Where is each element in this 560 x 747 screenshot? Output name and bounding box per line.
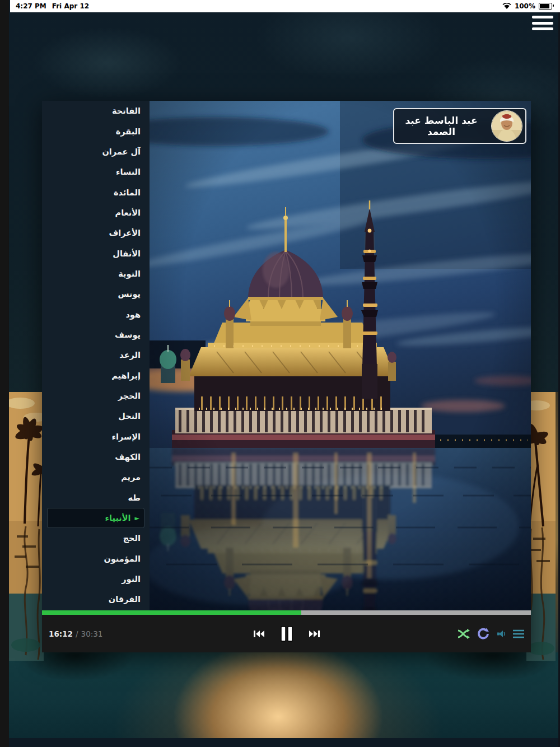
repeat-button[interactable]: [477, 628, 489, 640]
progress-bar[interactable]: [42, 610, 531, 615]
surah-item[interactable]: مريم: [42, 467, 150, 487]
surah-item[interactable]: النور: [42, 569, 150, 589]
now-playing-icon: ►: [135, 515, 139, 522]
surah-label: النور: [122, 575, 141, 583]
surah-item[interactable]: الأعراف: [42, 223, 150, 243]
surah-item[interactable]: الأنعام: [42, 203, 150, 223]
surah-label: المؤمنون: [104, 554, 141, 563]
repeat-icon: [477, 628, 489, 640]
surah-label: يوسف: [115, 330, 141, 339]
surah-item[interactable]: النحل: [42, 406, 150, 426]
surah-item[interactable]: الحجر: [42, 386, 150, 406]
surah-label: إبراهيم: [111, 371, 141, 380]
app-screen: 4:27 PM Fri Apr 12 100%: [0, 0, 560, 747]
surah-label: الحج: [123, 534, 141, 543]
surah-label: النساء: [116, 167, 141, 176]
surah-label: هود: [125, 310, 141, 319]
surah-item[interactable]: الفرقان: [42, 589, 150, 609]
reciter-name: عبد الباسط عبد الصمد: [397, 115, 486, 137]
reciter-card[interactable]: عبد الباسط عبد الصمد: [393, 108, 526, 144]
surah-label: الفاتحة: [112, 106, 141, 115]
volume-icon: [497, 629, 506, 638]
volume-button[interactable]: [497, 629, 506, 638]
surah-item[interactable]: آل عمران: [42, 142, 150, 162]
surah-item[interactable]: الرعد: [42, 345, 150, 365]
next-button[interactable]: [309, 630, 320, 638]
surah-item[interactable]: طه: [42, 488, 150, 508]
queue-icon: [513, 629, 524, 638]
surah-item[interactable]: الأنفال: [42, 243, 150, 263]
surah-label: الكهف: [115, 452, 141, 461]
player-card: الفاتحةالبقرةآل عمرانالنساءالمائدةالأنعا…: [42, 101, 531, 652]
surah-label: طه: [128, 493, 141, 502]
previous-icon: [254, 630, 264, 638]
hamburger-menu-icon[interactable]: [532, 15, 553, 31]
status-bar: 4:27 PM Fri Apr 12 100%: [10, 0, 560, 12]
shuffle-button[interactable]: [458, 629, 470, 639]
total-time: 30:31: [81, 629, 103, 638]
surah-label: الفرقان: [109, 595, 141, 604]
status-time: 4:27 PM: [16, 2, 46, 10]
progress-fill: [42, 610, 301, 615]
surah-label: المائدة: [114, 188, 141, 197]
surah-label: الأنبياء: [105, 513, 131, 522]
shuffle-icon: [458, 629, 470, 639]
time-display: 16:12 / 30:31: [49, 629, 155, 638]
surah-label: الحجر: [118, 391, 141, 400]
surah-label: مريم: [121, 473, 141, 482]
surah-item[interactable]: الفاتحة: [42, 101, 150, 121]
surah-item[interactable]: الكهف: [42, 447, 150, 467]
surah-item[interactable]: الحج: [42, 528, 150, 548]
surah-label: الأنفال: [113, 249, 141, 258]
pause-icon: [280, 626, 293, 642]
surah-item[interactable]: المؤمنون: [42, 549, 150, 569]
surah-item[interactable]: يونس: [42, 284, 150, 304]
surah-item[interactable]: هود: [42, 304, 150, 324]
wallpaper-sunglow: [9, 652, 558, 738]
previous-button[interactable]: [254, 630, 264, 638]
queue-button[interactable]: [513, 629, 524, 638]
screen-frame-left: [0, 0, 9, 747]
surah-item[interactable]: الإسراء: [42, 427, 150, 447]
surah-item[interactable]: المائدة: [42, 182, 150, 202]
surah-item[interactable]: البقرة: [42, 121, 150, 141]
time-separator: /: [76, 629, 78, 638]
surah-list: الفاتحةالبقرةآل عمرانالنساءالمائدةالأنعا…: [42, 101, 150, 610]
surah-label: البقرة: [116, 127, 141, 136]
surah-label: آل عمران: [102, 147, 141, 156]
surah-label: يونس: [118, 290, 141, 298]
surah-label: الإسراء: [112, 432, 141, 441]
album-art-mosque: [150, 101, 531, 610]
surah-item[interactable]: التوبة: [42, 264, 150, 284]
wifi-icon: [502, 3, 511, 10]
surah-label: الأعراف: [109, 228, 141, 237]
pause-button[interactable]: [280, 626, 293, 642]
elapsed-time: 16:12: [49, 629, 73, 638]
palm-trees-left-icon: [9, 392, 44, 661]
surah-item[interactable]: يوسف: [42, 325, 150, 345]
surah-label: التوبة: [118, 269, 141, 278]
surah-item[interactable]: إبراهيم: [42, 365, 150, 385]
battery-percent: 100%: [515, 2, 535, 10]
status-date: Fri Apr 12: [52, 2, 89, 10]
battery-icon: [539, 3, 552, 10]
surah-item[interactable]: ►الأنبياء: [47, 508, 144, 528]
surah-item[interactable]: النساء: [42, 162, 150, 182]
surah-label: الأنعام: [115, 208, 141, 217]
reciter-avatar: [491, 110, 522, 142]
playback-controls-bar: 16:12 / 30:31: [42, 615, 531, 652]
surah-label: النحل: [118, 412, 141, 421]
surah-label: الرعد: [119, 351, 141, 360]
next-icon: [309, 630, 320, 638]
